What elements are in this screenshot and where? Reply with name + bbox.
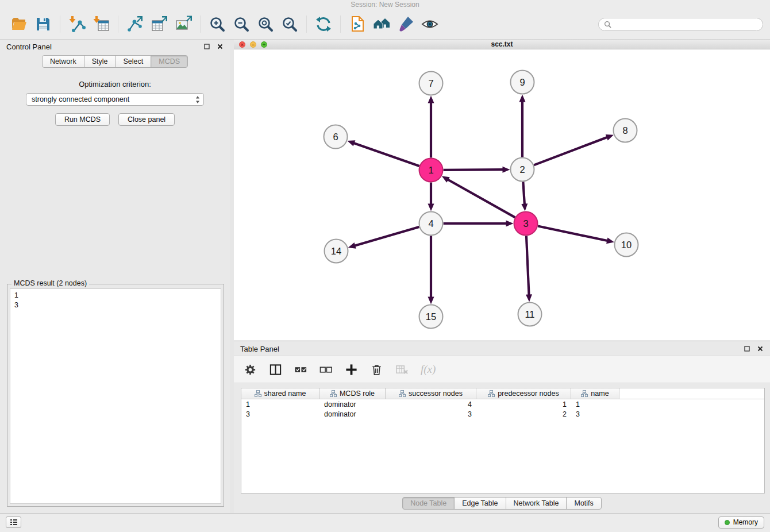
node-label: 2 — [519, 164, 525, 175]
float-panel-icon[interactable] — [744, 345, 750, 352]
arrowhead — [348, 242, 356, 249]
node-3[interactable]: 3 — [514, 212, 538, 236]
table-row[interactable]: 3 dominator 3 2 3 — [241, 409, 764, 419]
edge-1-4[interactable] — [428, 183, 434, 211]
tab-style[interactable]: Style — [84, 55, 116, 68]
minimize-network-button[interactable]: − — [250, 41, 256, 48]
tab-select[interactable]: Select — [116, 55, 152, 68]
column-header-predecessor-nodes[interactable]: predecessor nodes — [476, 388, 571, 399]
window-controls: × − + — [239, 41, 267, 48]
import-network-button[interactable] — [65, 11, 89, 37]
task-history-button[interactable] — [6, 516, 21, 528]
save-session-button[interactable] — [31, 11, 55, 37]
edge-4-14[interactable] — [348, 227, 419, 249]
network-window-titlebar[interactable]: × − + scc.txt — [234, 40, 770, 49]
node-1[interactable]: 1 — [419, 159, 443, 182]
tab-edge-table[interactable]: Edge Table — [454, 497, 506, 510]
plus-icon — [345, 363, 358, 376]
show-hide-details-button[interactable] — [418, 11, 442, 37]
search-input[interactable] — [615, 20, 757, 28]
tab-motifs[interactable]: Motifs — [566, 497, 601, 510]
memory-label: Memory — [733, 518, 758, 526]
node-14[interactable]: 14 — [325, 240, 348, 263]
close-panel-icon[interactable] — [757, 345, 764, 352]
houses-icon — [373, 16, 390, 33]
search-box[interactable] — [598, 18, 763, 31]
edge-2-3[interactable] — [521, 182, 528, 211]
export-image-button[interactable] — [171, 11, 195, 37]
select-all-rows-button[interactable] — [294, 363, 307, 376]
criterion-dropdown[interactable]: strongly connected component — [26, 93, 204, 106]
deselect-all-rows-button[interactable] — [319, 363, 333, 376]
node-4[interactable]: 4 — [419, 212, 443, 236]
column-header-shared-name[interactable]: shared name — [241, 388, 319, 399]
edge-1-2[interactable] — [443, 167, 510, 173]
network-canvas[interactable]: 7968124314101511 — [234, 49, 770, 340]
list-icon — [10, 519, 18, 526]
node-6[interactable]: 6 — [324, 125, 348, 149]
network-window: × − + scc.txt 7968124314101511 — [234, 40, 770, 340]
vertical-splitter[interactable] — [230, 40, 234, 513]
mcds-result-list[interactable]: 1 3 — [10, 288, 221, 504]
zoom-fit-button[interactable] — [253, 11, 278, 37]
status-bar: Memory — [0, 513, 770, 531]
function-builder-button[interactable]: f(x) — [421, 363, 436, 376]
node-15[interactable]: 15 — [419, 305, 443, 329]
show-style-button[interactable] — [394, 11, 418, 37]
run-mcds-button[interactable]: Run MCDS — [55, 113, 110, 126]
cell-shared-name: 1 — [241, 399, 319, 409]
first-neighbors-button[interactable] — [369, 11, 394, 37]
open-session-button[interactable] — [7, 11, 31, 37]
open-folder-icon — [10, 16, 28, 33]
maximize-network-button[interactable]: + — [261, 41, 267, 48]
node-10[interactable]: 10 — [615, 233, 638, 257]
apply-layout-button[interactable] — [311, 11, 336, 37]
table-settings-button[interactable] — [244, 363, 257, 376]
tab-network-table[interactable]: Network Table — [506, 497, 567, 510]
edge-3-1[interactable] — [442, 176, 515, 218]
zoom-out-button[interactable] — [229, 11, 253, 37]
add-column-button[interactable] — [345, 363, 358, 376]
edge-3-10[interactable] — [538, 226, 614, 244]
cell-mcds-role: dominator — [319, 399, 386, 409]
float-panel-icon[interactable] — [203, 43, 210, 50]
node-11[interactable]: 11 — [518, 303, 542, 326]
close-panel-icon[interactable] — [217, 43, 224, 50]
close-network-button[interactable]: × — [239, 41, 245, 48]
edge-4-15[interactable] — [428, 236, 434, 304]
zoom-selected-button[interactable] — [278, 11, 302, 37]
delete-rows-button[interactable] — [370, 363, 383, 376]
select-columns-button[interactable] — [269, 363, 282, 376]
table-row[interactable]: 1 dominator 4 1 1 — [241, 399, 764, 409]
node-7[interactable]: 7 — [419, 72, 443, 95]
edge-1-7[interactable] — [428, 96, 434, 158]
delete-columns-button[interactable] — [395, 363, 409, 376]
export-table-button[interactable] — [147, 11, 171, 37]
layout-group — [311, 11, 336, 37]
column-header-name[interactable]: name — [571, 388, 619, 399]
arrowhead — [347, 140, 355, 146]
column-header-successor-nodes[interactable]: successor nodes — [386, 388, 476, 399]
edge-2-9[interactable] — [519, 95, 526, 157]
tab-node-table[interactable]: Node Table — [402, 497, 455, 510]
edge-3-11[interactable] — [526, 236, 532, 302]
edge-4-3[interactable] — [444, 221, 514, 227]
import-table-button[interactable] — [89, 11, 113, 37]
tab-network[interactable]: Network — [42, 55, 84, 68]
application-window: Session: New Session — [0, 0, 770, 532]
column-type-icon — [581, 390, 588, 397]
zoom-in-button[interactable] — [205, 11, 229, 37]
column-header-mcds-role[interactable]: MCDS role — [319, 388, 386, 399]
node-8[interactable]: 8 — [614, 119, 637, 142]
edge-1-6[interactable] — [347, 140, 419, 166]
arrowhead — [506, 221, 514, 227]
close-panel-button[interactable]: Close panel — [118, 113, 175, 126]
new-network-from-selection-button[interactable] — [345, 11, 369, 37]
cell-name: 1 — [571, 399, 619, 409]
tab-mcds[interactable]: MCDS — [151, 55, 188, 68]
memory-button[interactable]: Memory — [718, 516, 764, 529]
edge-2-8[interactable] — [534, 134, 614, 165]
export-network-button[interactable] — [123, 11, 147, 37]
node-9[interactable]: 9 — [511, 71, 534, 94]
node-2[interactable]: 2 — [511, 158, 534, 182]
